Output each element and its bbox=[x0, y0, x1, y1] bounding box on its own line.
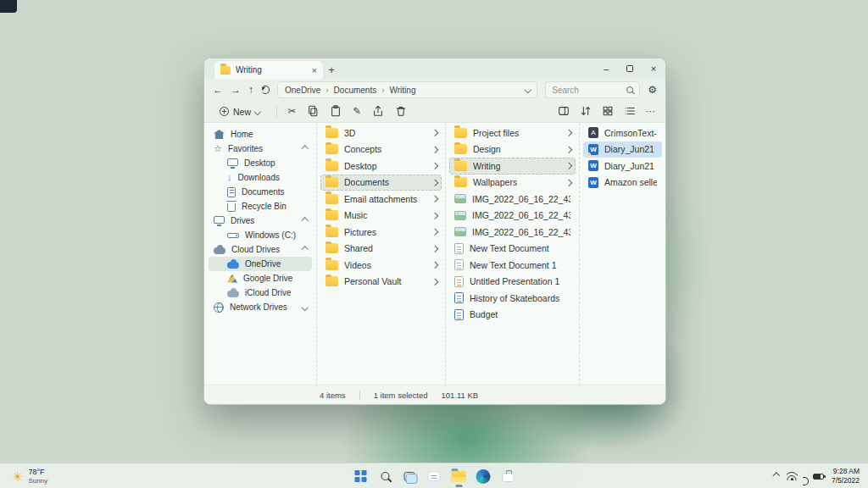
search-box[interactable] bbox=[545, 81, 640, 98]
weather-widget[interactable]: ☀ 78°F Sunny bbox=[5, 463, 54, 488]
share-icon[interactable] bbox=[372, 105, 384, 119]
sidebar-item-recycle-bin[interactable]: Recycle Bin bbox=[209, 199, 312, 214]
forward-icon[interactable]: → bbox=[231, 85, 241, 95]
tab-close-icon[interactable]: × bbox=[312, 65, 317, 75]
chat-button[interactable] bbox=[424, 465, 445, 487]
paste-icon[interactable] bbox=[330, 105, 342, 119]
file-row[interactable]: IMG_2022_06_16_22_43 bbox=[449, 191, 576, 208]
file-row[interactable]: WAmazon sellers newsl bbox=[583, 175, 662, 191]
desktop-icon bbox=[227, 158, 238, 166]
folder-row[interactable]: Concepts bbox=[320, 141, 442, 158]
folder-row[interactable]: Music bbox=[320, 208, 442, 225]
folder-row[interactable]: Email attachments bbox=[320, 191, 442, 208]
edge-icon bbox=[476, 469, 491, 484]
file-row[interactable]: ACrimsonText-Regular bbox=[583, 125, 662, 141]
battery-icon[interactable] bbox=[813, 474, 824, 480]
more-options-icon[interactable]: ··· bbox=[646, 107, 656, 117]
folder-icon bbox=[326, 194, 338, 204]
sidebar-item-google-drive[interactable]: Google Drive bbox=[209, 271, 312, 286]
sidebar-section-drives[interactable]: Drives bbox=[209, 214, 312, 228]
refresh-icon[interactable] bbox=[261, 86, 270, 94]
file-row[interactable]: New Text Document bbox=[449, 241, 576, 258]
folder-row[interactable]: Wallpapers bbox=[449, 175, 576, 191]
file-explorer-button[interactable] bbox=[448, 465, 470, 487]
sidebar-item-onedrive[interactable]: OneDrive bbox=[209, 257, 312, 271]
corner-overlay-chip bbox=[0, 0, 17, 13]
window-titlebar[interactable]: Writing × + – × bbox=[204, 58, 665, 79]
delete-icon[interactable] bbox=[395, 105, 407, 119]
details-view-icon[interactable] bbox=[624, 105, 636, 119]
file-row[interactable]: IMG_2022_06_16_22_43 bbox=[449, 208, 576, 225]
sidebar-section-network-drives[interactable]: Network Drives bbox=[209, 300, 312, 314]
preview-pane-icon[interactable] bbox=[558, 105, 570, 119]
file-row-selected[interactable]: WDiary_Jun21 bbox=[583, 141, 662, 158]
folder-icon bbox=[326, 177, 338, 187]
folder-row[interactable]: Design bbox=[449, 141, 576, 158]
folder-row[interactable]: Shared bbox=[320, 241, 442, 258]
task-view-button[interactable] bbox=[399, 465, 420, 487]
new-tab-button[interactable]: + bbox=[323, 61, 340, 79]
taskbar-clock[interactable]: 9:28 AM 7/5/2022 bbox=[832, 467, 863, 485]
search-button[interactable] bbox=[375, 465, 396, 487]
column-writing: ACrimsonText-Regular WDiary_Jun21 WDiary… bbox=[579, 123, 665, 385]
sidebar-item-home[interactable]: Home bbox=[209, 127, 312, 141]
folder-row[interactable]: Personal Vault bbox=[320, 274, 442, 291]
minimize-button[interactable]: – bbox=[594, 58, 618, 79]
onedrive-icon bbox=[227, 262, 239, 269]
taskbar: ☀ 78°F Sunny 9:28 AM 7/5/2022 bbox=[0, 463, 868, 488]
sort-icon[interactable] bbox=[580, 105, 592, 119]
chevron-up-icon[interactable] bbox=[301, 146, 308, 152]
breadcrumb-item-documents[interactable]: Documents bbox=[334, 86, 377, 95]
sidebar-label: Home bbox=[231, 130, 253, 139]
taskbar-center-icons bbox=[350, 463, 519, 488]
breadcrumb-item-writing[interactable]: Writing bbox=[390, 86, 416, 95]
file-row[interactable]: New Text Document 1 bbox=[449, 257, 576, 274]
copy-icon[interactable] bbox=[307, 105, 319, 119]
edge-button[interactable] bbox=[473, 465, 494, 487]
file-row[interactable]: Budget bbox=[449, 307, 576, 324]
sidebar-section-cloud-drives[interactable]: Cloud Drives bbox=[209, 242, 312, 257]
settings-gear-icon[interactable]: ⚙ bbox=[648, 84, 657, 96]
sidebar-section-favorites[interactable]: ☆ Favorites bbox=[209, 141, 312, 156]
folder-row[interactable]: Project files bbox=[449, 125, 576, 141]
folder-row[interactable]: Videos bbox=[320, 257, 442, 274]
breadcrumb[interactable]: OneDrive › Documents › Writing bbox=[277, 81, 537, 98]
documents-icon bbox=[227, 187, 236, 197]
sidebar-item-icloud-drive[interactable]: iCloud Drive bbox=[209, 286, 312, 300]
sidebar-item-downloads[interactable]: ↓ Downloads bbox=[209, 170, 312, 185]
back-icon[interactable]: ← bbox=[213, 85, 223, 95]
chevron-down-icon[interactable] bbox=[301, 304, 308, 311]
view-mode-icon[interactable] bbox=[602, 105, 614, 119]
chevron-right-icon bbox=[431, 179, 437, 186]
sidebar-item-desktop[interactable]: Desktop bbox=[209, 156, 312, 170]
tab-writing[interactable]: Writing × bbox=[214, 61, 323, 79]
folder-row[interactable]: 3D bbox=[320, 125, 442, 141]
new-button[interactable]: New bbox=[214, 104, 265, 119]
close-button[interactable]: × bbox=[642, 58, 665, 79]
chevron-up-icon[interactable] bbox=[301, 218, 308, 225]
folder-row-selected[interactable]: Writing bbox=[449, 158, 576, 175]
wifi-icon[interactable] bbox=[787, 472, 798, 480]
sidebar-item-documents[interactable]: Documents bbox=[209, 185, 312, 199]
chevron-up-icon[interactable] bbox=[301, 247, 308, 253]
search-input[interactable] bbox=[552, 86, 622, 95]
up-icon[interactable]: ↑ bbox=[248, 85, 253, 95]
file-row[interactable]: History of Skateboards bbox=[449, 290, 576, 307]
rename-icon[interactable]: ✎ bbox=[353, 107, 361, 117]
file-row[interactable]: WDiary_Jun21 Exported bbox=[583, 158, 662, 175]
start-button[interactable] bbox=[350, 465, 371, 487]
cut-icon[interactable]: ✂ bbox=[288, 107, 297, 117]
folder-row[interactable]: Pictures bbox=[320, 224, 442, 241]
breadcrumb-dropdown-icon[interactable] bbox=[525, 86, 531, 93]
folder-row-selected[interactable]: Documents bbox=[320, 175, 442, 191]
folder-row[interactable]: Desktop bbox=[320, 158, 442, 175]
sidebar-item-windows-c[interactable]: Windows (C:) bbox=[209, 228, 312, 242]
file-row[interactable]: Untitled Presentation 1 bbox=[449, 274, 576, 291]
store-button[interactable] bbox=[498, 465, 519, 487]
breadcrumb-item-onedrive[interactable]: OneDrive bbox=[285, 86, 320, 95]
hidden-icons-chevron-icon[interactable] bbox=[773, 473, 780, 480]
maximize-button[interactable] bbox=[618, 58, 642, 79]
file-row[interactable]: IMG_2022_06_16_22_43 bbox=[449, 224, 576, 241]
folder-icon bbox=[326, 260, 338, 270]
sidebar-label: Drives bbox=[231, 216, 254, 225]
